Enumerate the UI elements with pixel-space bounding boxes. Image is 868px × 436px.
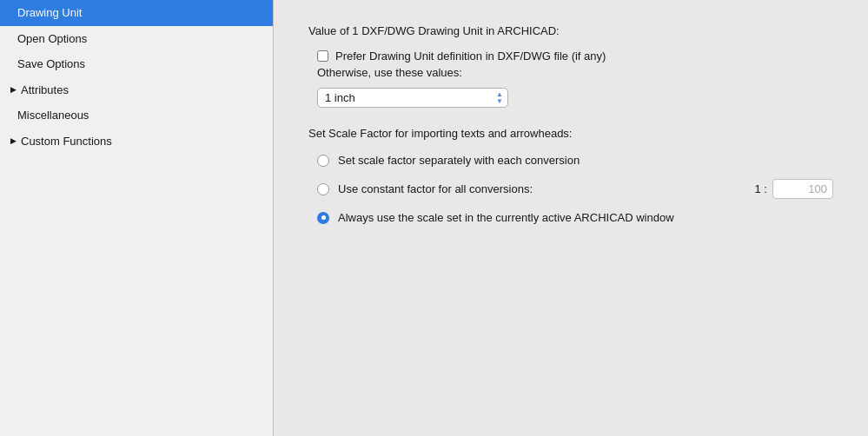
prefer-drawing-unit-checkbox[interactable]	[317, 50, 328, 62]
value-section-label: Value of 1 DXF/DWG Drawing Unit in ARCHI…	[308, 24, 833, 37]
scale-section-label: Set Scale Factor for importing texts and…	[308, 127, 833, 140]
radio-separate-icon	[317, 155, 329, 167]
factor-input[interactable]	[772, 179, 833, 199]
prefer-drawing-unit-row: Prefer Drawing Unit definition in DXF/DW…	[317, 50, 833, 63]
prefer-drawing-unit-label: Prefer Drawing Unit definition in DXF/DW…	[335, 50, 606, 63]
sidebar: Drawing UnitOpen OptionsSave Options▶Att…	[0, 0, 274, 436]
main-content: Value of 1 DXF/DWG Drawing Unit in ARCHI…	[274, 0, 868, 436]
otherwise-label: Otherwise, use these values:	[317, 66, 833, 79]
factor-input-group: 1 :	[755, 179, 833, 199]
unit-dropdown-wrapper: 1 inch1 mm1 cm1 m1 ft ▲ ▼	[317, 88, 508, 108]
sidebar-item-drawing-unit[interactable]: Drawing Unit	[0, 0, 273, 26]
radio-separate-label: Set scale factor separately with each co…	[338, 154, 580, 167]
radio-group: Set scale factor separately with each co…	[317, 154, 833, 224]
sidebar-item-label: Custom Functions	[21, 133, 112, 150]
radio-row-constant[interactable]: Use constant factor for all conversions:…	[317, 179, 833, 199]
radio-constant-label: Use constant factor for all conversions:	[338, 182, 533, 195]
radio-constant-icon	[317, 183, 329, 195]
factor-colon: 1 :	[755, 182, 767, 195]
sidebar-item-label: Open Options	[17, 30, 87, 48]
sidebar-item-save-options[interactable]: Save Options	[0, 51, 273, 77]
radio-row-always[interactable]: Always use the scale set in the currentl…	[317, 211, 833, 224]
sidebar-item-custom-functions[interactable]: ▶Custom Functions	[0, 129, 273, 155]
sidebar-item-open-options[interactable]: Open Options	[0, 26, 273, 52]
radio-always-icon	[317, 212, 329, 224]
radio-row-separate[interactable]: Set scale factor separately with each co…	[317, 154, 833, 167]
sidebar-item-miscellaneous[interactable]: Miscellaneous	[0, 102, 273, 129]
sidebar-item-label: Attributes	[21, 82, 69, 99]
expand-arrow-icon: ▶	[9, 85, 17, 94]
expand-arrow-icon: ▶	[9, 136, 17, 145]
sidebar-item-label: Save Options	[17, 56, 85, 73]
unit-dropdown[interactable]: 1 inch1 mm1 cm1 m1 ft	[317, 88, 508, 108]
sidebar-item-attributes[interactable]: ▶Attributes	[0, 77, 273, 103]
radio-always-label: Always use the scale set in the currentl…	[338, 211, 674, 224]
sidebar-item-label: Drawing Unit	[17, 4, 82, 22]
sidebar-item-label: Miscellaneous	[17, 107, 89, 124]
unit-dropdown-row: 1 inch1 mm1 cm1 m1 ft ▲ ▼	[317, 88, 833, 108]
